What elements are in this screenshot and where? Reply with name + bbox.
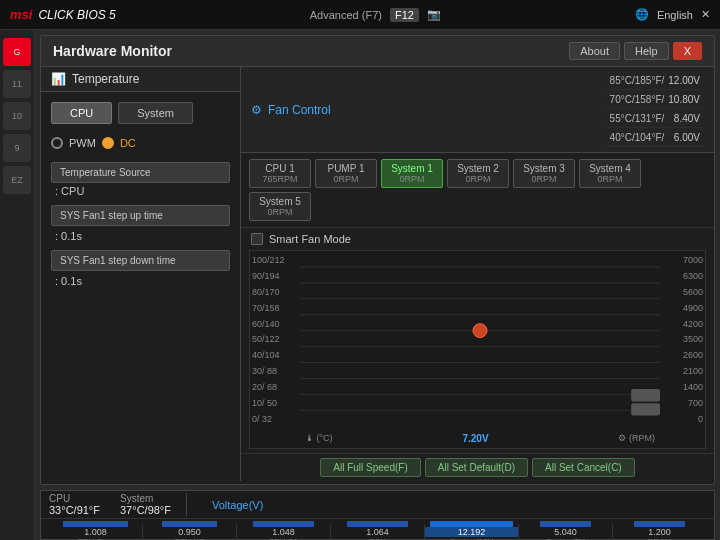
about-button[interactable]: About: [569, 42, 620, 60]
hw-body: 📊 Temperature CPU System PWM DC Temperat…: [41, 67, 714, 481]
voltage-item-sys5v: 5.040 System/5V: [519, 521, 612, 540]
voltage-reading-1: 85°C/185°F/ 12.00V: [606, 72, 704, 90]
hw-monitor-header: Hardware Monitor About Help X: [41, 36, 714, 67]
fan-control-panel: ⚙ Fan Control 85°C/185°F/ 12.00V 70°C/15…: [241, 67, 714, 481]
dc-radio[interactable]: [102, 137, 114, 149]
fan-tab-cpu1[interactable]: CPU 1 765RPM: [249, 159, 311, 188]
svg-rect-11: [631, 403, 660, 415]
voltage-reading-2: 70°C/158°F/ 10.80V: [606, 91, 704, 109]
screenshot-icon[interactable]: 📷: [427, 8, 441, 21]
fan-control-buttons: All Full Speed(F) All Set Default(D) All…: [241, 453, 714, 481]
voltage-item-cpu-sa: 1.048 CPU SA: [237, 521, 330, 540]
svg-point-12: [473, 324, 487, 338]
top-bar-right: 🌐 English ✕: [635, 8, 710, 21]
language-label[interactable]: English: [657, 9, 693, 21]
all-set-default-button[interactable]: All Set Default(D): [425, 458, 528, 477]
system-temp-value: 37°C/98°F: [120, 504, 171, 516]
cpu-temp-label: CPU: [49, 493, 100, 504]
voltage-item-cpu-io: 0.950 CPU I/O: [143, 521, 236, 540]
bottom-voltage-panel: CPU 33°C/91°F System 37°C/98°F Voltage(V…: [40, 490, 715, 540]
system-temp-display: System 37°C/98°F: [120, 493, 187, 516]
cpu-sys-tabs: CPU System: [41, 92, 240, 129]
sidebar-item-9[interactable]: 9: [3, 134, 31, 162]
fan-control-label: Fan Control: [268, 103, 331, 117]
fan1-stepup-value: : 0.1s: [51, 228, 230, 244]
top-bar: msi CLICK BIOS 5 Advanced (F7) F12 📷 🌐 E…: [0, 0, 720, 30]
msi-logo: msi: [10, 7, 32, 22]
voltage-v-label: Voltage(V): [212, 499, 263, 511]
fan-tab-system3[interactable]: System 3 0RPM: [513, 159, 575, 188]
cpu-temp-value: 33°C/91°F: [49, 504, 100, 516]
temperature-panel: 📊 Temperature CPU System PWM DC Temperat…: [41, 67, 241, 481]
fan-tab-system2[interactable]: System 2 0RPM: [447, 159, 509, 188]
pwm-dc-row: PWM DC: [41, 129, 240, 157]
graph-y-right: 7000 6300 5600 4900 4200 3500 2600 2100 …: [660, 251, 705, 428]
lang-icon: 🌐: [635, 8, 649, 21]
voltage-item-sys12v: 12.192 System/12V: [425, 521, 518, 540]
temperature-label: Temperature: [72, 72, 139, 86]
smart-fan-row: Smart Fan Mode: [241, 228, 714, 250]
pwm-label: PWM: [69, 137, 96, 149]
hw-monitor-title: Hardware Monitor: [53, 43, 172, 59]
temp-unit-label: 🌡 (°C): [305, 433, 333, 443]
pwm-radio[interactable]: [51, 137, 63, 149]
smart-fan-label: Smart Fan Mode: [269, 233, 351, 245]
fan-tab-system1[interactable]: System 1 0RPM: [381, 159, 443, 188]
voltage-reading-4: 40°C/104°F/ 6.00V: [606, 129, 704, 147]
cpu-tab[interactable]: CPU: [51, 102, 112, 124]
sidebar-item-game[interactable]: G: [3, 38, 31, 66]
fan-current-voltage: 7.20V: [462, 433, 488, 444]
fan-stepup-box: SYS Fan1 step up time : 0.1s SYS Fan1 st…: [51, 205, 230, 289]
rpm-unit-label: ⚙ (RPM): [618, 433, 655, 443]
sidebar-item-ez[interactable]: EZ: [3, 166, 31, 194]
main-content: Hardware Monitor About Help X 📊 Temperat…: [35, 30, 720, 540]
fan-icon: ⚙: [251, 103, 262, 117]
advanced-mode-label[interactable]: Advanced (F7): [310, 9, 382, 21]
hw-monitor-panel: Hardware Monitor About Help X 📊 Temperat…: [40, 35, 715, 485]
fan-buttons-row: CPU 1 765RPM PUMP 1 0RPM System 1 0RPM S…: [241, 153, 714, 228]
voltage-reading-3: 55°C/131°F/ 8.40V: [606, 110, 704, 128]
fan1-stepdown-value: : 0.1s: [51, 273, 230, 289]
voltage-item-pch: 1.064 PCH: [331, 521, 424, 540]
system-temp-label: System: [120, 493, 171, 504]
fan-control-header: ⚙ Fan Control 85°C/185°F/ 12.00V 70°C/15…: [241, 67, 714, 153]
graph-bottom-axis: 🌡 (°C) 7.20V ⚙ (RPM): [300, 428, 660, 448]
fan-tab-system5[interactable]: System 5 0RPM: [249, 192, 311, 221]
top-bar-left: msi CLICK BIOS 5: [10, 7, 116, 22]
all-set-cancel-button[interactable]: All Set Cancel(C): [532, 458, 635, 477]
top-bar-center: Advanced (F7) F12 📷: [310, 8, 441, 22]
temp-source-box: Temperature Source : CPU: [51, 162, 230, 197]
dc-label: DC: [120, 137, 136, 149]
thermometer-icon: 📊: [51, 72, 66, 86]
voltage-bars-container: 1.008 CPU Core 0.950 CPU I/O 1.048 CPU S…: [41, 519, 714, 540]
voltage-item-dram: 1.200 DRAM: [613, 521, 706, 540]
fan1-stepup-button[interactable]: SYS Fan1 step up time: [51, 205, 230, 226]
graph-main-area: [300, 251, 660, 428]
graph-y-left: 100/212 90/194 80/170 70/158 60/140 50/1…: [250, 251, 300, 428]
temp-source-value: : CPU: [51, 182, 88, 200]
f12-badge[interactable]: F12: [390, 8, 419, 22]
bios-name: CLICK BIOS 5: [38, 8, 115, 22]
hw-header-buttons: About Help X: [569, 42, 702, 60]
fan1-stepdown-button[interactable]: SYS Fan1 step down time: [51, 250, 230, 271]
left-sidebar: G 11 10 9 EZ: [0, 30, 35, 540]
system-tab[interactable]: System: [118, 102, 193, 124]
fan-tab-pump1[interactable]: PUMP 1 0RPM: [315, 159, 377, 188]
voltage-item-cpu-core: 1.008 CPU Core: [49, 521, 142, 540]
help-button[interactable]: Help: [624, 42, 669, 60]
cpu-temp-display: CPU 33°C/91°F: [49, 493, 100, 516]
svg-rect-10: [631, 389, 660, 401]
temperature-header: 📊 Temperature: [41, 67, 240, 92]
sidebar-item-10[interactable]: 10: [3, 102, 31, 130]
close-window-icon[interactable]: ✕: [701, 8, 710, 21]
smart-fan-checkbox[interactable]: [251, 233, 263, 245]
fan-tab-system4[interactable]: System 4 0RPM: [579, 159, 641, 188]
all-full-speed-button[interactable]: All Full Speed(F): [320, 458, 420, 477]
bottom-temps-row: CPU 33°C/91°F System 37°C/98°F Voltage(V…: [41, 491, 714, 519]
close-hw-button[interactable]: X: [673, 42, 702, 60]
temp-source-button[interactable]: Temperature Source: [51, 162, 230, 183]
fan-graph[interactable]: 100/212 90/194 80/170 70/158 60/140 50/1…: [249, 250, 706, 449]
sidebar-item-11[interactable]: 11: [3, 70, 31, 98]
